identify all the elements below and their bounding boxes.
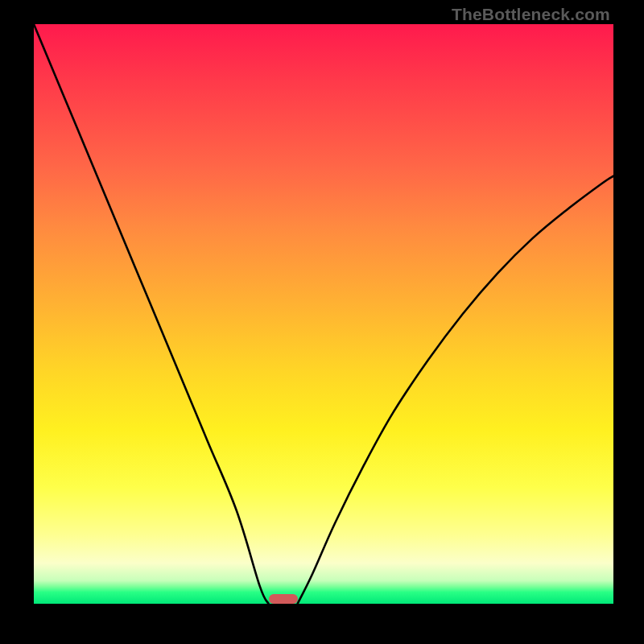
chart-curve — [34, 24, 613, 604]
curve-left — [34, 24, 269, 604]
bottleneck-marker — [269, 594, 298, 604]
curve-right — [298, 176, 613, 604]
watermark-text: TheBottleneck.com — [452, 5, 610, 24]
